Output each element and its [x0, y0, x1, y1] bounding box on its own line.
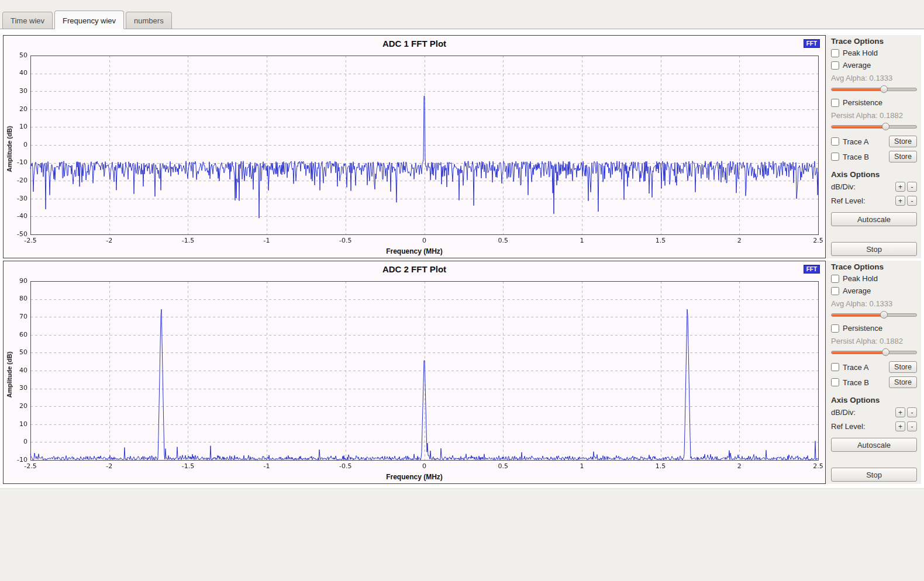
ref-level-row: Ref Level: + - [831, 421, 917, 431]
trace-options-header: Trace Options [831, 262, 917, 271]
x-axis-label: Frequency (MHz) [4, 247, 825, 258]
trace-a-checkbox-row[interactable]: Trace A [831, 363, 868, 372]
persist-alpha-label: Persist Alpha: 0.1882 [831, 337, 917, 345]
ref-level-label: Ref Level: [831, 422, 894, 431]
content-area: ADC 1 FFT Plot FFT Amplitude (dB) Freque… [0, 29, 924, 488]
peak-hold-row[interactable]: Peak Hold [831, 274, 917, 283]
adc1-panel: ADC 1 FFT Plot FFT Amplitude (dB) Freque… [3, 35, 921, 258]
average-checkbox[interactable] [831, 287, 839, 295]
plot-title: ADC 1 FFT Plot [382, 39, 446, 49]
trace-b-label: Trace B [843, 378, 869, 387]
slider-knob[interactable] [882, 123, 889, 130]
stop-button[interactable]: Stop [831, 468, 917, 482]
ref-level-increase-button[interactable]: + [895, 421, 905, 431]
persistence-checkbox[interactable] [831, 324, 839, 333]
ref-level-label: Ref Level: [831, 196, 894, 205]
db-div-decrease-button[interactable]: - [907, 182, 917, 192]
slider-track[interactable] [831, 313, 917, 317]
trace-a-checkbox[interactable] [831, 363, 839, 371]
ref-level-decrease-button[interactable]: - [907, 196, 917, 206]
peak-hold-checkbox[interactable] [831, 49, 839, 57]
trace-a-store-button[interactable]: Store [889, 361, 917, 373]
trace-a-label: Trace A [843, 363, 868, 372]
avg-alpha-label: Avg Alpha: 0.1333 [831, 74, 917, 82]
db-div-decrease-button[interactable]: - [907, 407, 917, 417]
peak-hold-label: Peak Hold [843, 49, 878, 57]
trace-a-label: Trace A [843, 137, 868, 146]
peak-hold-label: Peak Hold [843, 274, 878, 283]
trace-b-store-button[interactable]: Store [889, 151, 917, 162]
trace-a-row: Trace A Store [831, 136, 917, 147]
slider-fill [832, 314, 884, 316]
trace-b-store-button[interactable]: Store [889, 376, 917, 388]
average-label: Average [843, 61, 871, 70]
trace-b-checkbox-row[interactable]: Trace B [831, 153, 869, 161]
persistence-label: Persistence [843, 98, 882, 107]
slider-track[interactable] [831, 88, 917, 91]
slider-knob[interactable] [880, 85, 888, 93]
trace-a-checkbox-row[interactable]: Trace A [831, 137, 868, 146]
adc2-controls: Trace Options Peak Hold Average Avg Alph… [826, 261, 921, 484]
tab-numbers[interactable]: numbers [126, 12, 172, 29]
persist-alpha-slider[interactable] [831, 122, 917, 131]
tab-frequency-view[interactable]: Frequency wiev [54, 11, 124, 29]
adc2-panel: ADC 2 FFT Plot FFT Amplitude (dB) Freque… [3, 261, 921, 484]
persist-alpha-slider[interactable] [831, 348, 917, 357]
ref-level-decrease-button[interactable]: - [907, 421, 917, 431]
db-div-increase-button[interactable]: + [895, 407, 905, 417]
plot-header: ADC 1 FFT Plot FFT [4, 36, 825, 51]
adc1-fft-canvas [4, 51, 825, 247]
fft-badge: FFT [804, 39, 820, 48]
footer-area [0, 488, 924, 581]
ref-level-increase-button[interactable]: + [895, 196, 905, 206]
slider-fill [832, 88, 884, 91]
trace-a-store-button[interactable]: Store [889, 136, 917, 147]
trace-b-checkbox-row[interactable]: Trace B [831, 378, 869, 387]
db-div-row: dB/Div: + - [831, 407, 917, 417]
trace-b-row: Trace B Store [831, 151, 917, 162]
tab-label: Frequency wiev [63, 16, 116, 25]
adc2-fft-canvas [4, 276, 825, 473]
tab-bar: Time wiev Frequency wiev numbers [0, 0, 924, 29]
avg-alpha-slider[interactable] [831, 85, 917, 94]
autoscale-button[interactable]: Autoscale [831, 438, 917, 452]
trace-b-checkbox[interactable] [831, 153, 839, 161]
slider-track[interactable] [831, 351, 917, 354]
avg-alpha-label: Avg Alpha: 0.1333 [831, 299, 917, 308]
tab-time-view[interactable]: Time wiev [2, 12, 53, 29]
db-div-increase-button[interactable]: + [895, 182, 905, 192]
axis-options-header: Axis Options [831, 396, 917, 404]
autoscale-button[interactable]: Autoscale [831, 212, 917, 226]
plot-title: ADC 2 FFT Plot [382, 264, 446, 274]
slider-fill [832, 126, 886, 128]
slider-knob[interactable] [880, 311, 888, 319]
peak-hold-checkbox[interactable] [831, 275, 839, 283]
adc1-controls: Trace Options Peak Hold Average Avg Alph… [826, 35, 921, 258]
average-row[interactable]: Average [831, 61, 917, 70]
x-axis-label: Frequency (MHz) [4, 473, 825, 483]
average-checkbox[interactable] [831, 61, 839, 70]
slider-knob[interactable] [882, 348, 889, 356]
plot-area: Amplitude (dB) [4, 276, 825, 473]
average-row[interactable]: Average [831, 286, 917, 295]
persistence-row[interactable]: Persistence [831, 98, 917, 107]
trace-a-row: Trace A Store [831, 361, 917, 373]
average-label: Average [843, 286, 871, 295]
tab-label: Time wiev [11, 16, 44, 25]
persistence-row[interactable]: Persistence [831, 324, 917, 333]
y-axis-label: Amplitude (dB) [6, 126, 13, 172]
axis-options-header: Axis Options [831, 170, 917, 179]
db-div-label: dB/Div: [831, 182, 894, 191]
slider-fill [832, 351, 886, 354]
stop-button[interactable]: Stop [831, 242, 917, 256]
slider-track[interactable] [831, 125, 917, 129]
avg-alpha-slider[interactable] [831, 310, 917, 319]
peak-hold-row[interactable]: Peak Hold [831, 49, 917, 57]
persistence-checkbox[interactable] [831, 99, 839, 107]
y-axis-label: Amplitude (dB) [6, 352, 13, 398]
trace-a-checkbox[interactable] [831, 137, 839, 146]
adc2-plot: ADC 2 FFT Plot FFT Amplitude (dB) Freque… [3, 261, 826, 484]
persistence-label: Persistence [843, 324, 882, 333]
tab-label: numbers [134, 16, 164, 25]
trace-b-checkbox[interactable] [831, 378, 839, 386]
